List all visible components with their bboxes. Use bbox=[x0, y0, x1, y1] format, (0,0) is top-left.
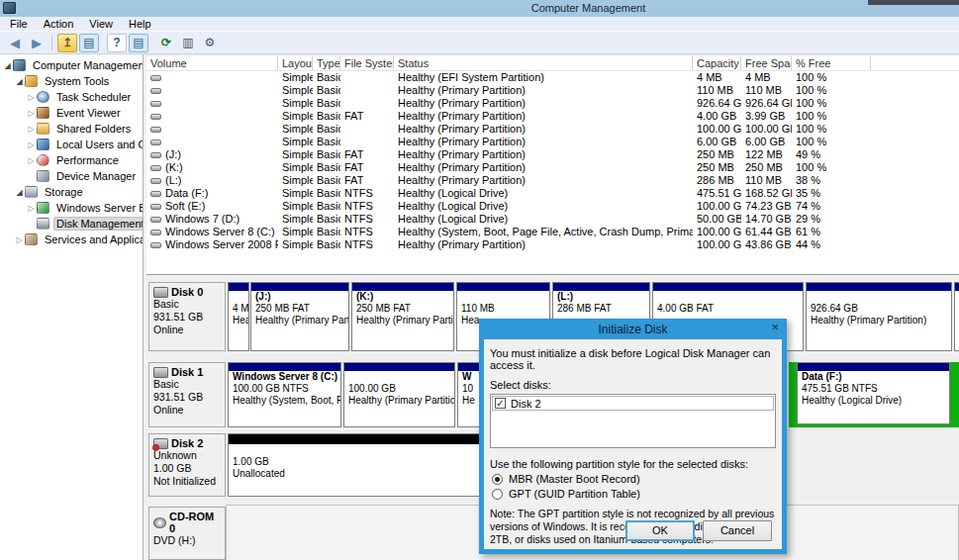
table-row[interactable]: SimpleBasicHealthy (Primary Partition)10… bbox=[146, 123, 959, 136]
table-row[interactable]: Data (F:)SimpleBasicNTFSHealthy (Logical… bbox=[146, 187, 959, 200]
partition-block[interactable]: Windows Server 8 (C:)100.00 GB NTFSHealt… bbox=[228, 362, 341, 427]
partition-block[interactable]: Data (F:)475.51 GB NTFSHealthy (Logical … bbox=[797, 362, 950, 424]
collapsed-icon[interactable]: ▷ bbox=[26, 125, 37, 134]
column-header-layout[interactable]: Layout bbox=[278, 56, 313, 70]
partition-block[interactable]: (K:)250 MB FATHealthy (Primary Partit bbox=[351, 282, 454, 351]
menu-help[interactable]: Help bbox=[121, 18, 159, 30]
column-header-file-system[interactable]: File System bbox=[340, 56, 394, 70]
tree-item-label: Disk Management bbox=[53, 217, 144, 231]
table-row[interactable]: SimpleBasicHealthy (EFI System Partition… bbox=[146, 71, 959, 84]
sidebar-item-services-and-applications[interactable]: ▷Services and Applications bbox=[0, 232, 143, 247]
sidebar-item-performance[interactable]: ▷Performance bbox=[0, 152, 143, 168]
collapsed-icon[interactable]: ▷ bbox=[26, 109, 37, 118]
table-row[interactable]: (K:)SimpleBasicFATHealthy (Primary Parti… bbox=[146, 161, 959, 174]
partition-block[interactable]: 4 MHea bbox=[228, 282, 249, 351]
partition-block[interactable]: 926.64 GBHealthy (Primary Partition) bbox=[806, 282, 952, 351]
partition-block[interactable]: 100.00 GBHealthy (Primary Partition) bbox=[343, 362, 455, 427]
sidebar-item-task-scheduler[interactable]: ▷Task Scheduler bbox=[0, 89, 143, 105]
action-pane-toggle-icon[interactable]: ▤ bbox=[129, 34, 148, 52]
sidebar-item-device-manager[interactable]: Device Manager bbox=[0, 168, 143, 184]
cell-status: Healthy (Primary Partition) bbox=[394, 148, 693, 161]
gpt-radio-row[interactable]: GPT (GUID Partition Table) bbox=[492, 488, 776, 500]
app-icon bbox=[3, 2, 16, 14]
table-row[interactable]: SimpleBasicHealthy (Primary Partition)6.… bbox=[146, 136, 959, 148]
close-icon[interactable]: × bbox=[771, 320, 779, 334]
partition-line: 100.00 GB bbox=[344, 383, 454, 395]
disk-list-item[interactable]: ✓ Disk 2 bbox=[492, 396, 774, 411]
sidebar-item-computer-management-local[interactable]: ◢Computer Management (Local bbox=[0, 57, 143, 73]
collapsed-icon[interactable]: ▷ bbox=[26, 140, 37, 149]
back-icon[interactable]: ◀ bbox=[5, 34, 25, 52]
disk-icon bbox=[153, 287, 168, 298]
cell-type: Basic bbox=[313, 97, 340, 110]
refresh-icon[interactable]: ⟳ bbox=[156, 34, 176, 52]
menu-file[interactable]: File bbox=[2, 18, 36, 30]
table-row[interactable]: (L:)SimpleBasicFATHealthy (Primary Parti… bbox=[146, 174, 959, 187]
cell-layout: Simple bbox=[278, 187, 313, 200]
disk2-checkbox[interactable]: ✓ bbox=[495, 398, 506, 409]
disk-label-disk-2[interactable]: Disk 2Unknown1.00 GBNot Initialized bbox=[148, 433, 226, 497]
export-list-icon[interactable]: ▥ bbox=[178, 34, 198, 52]
tree-item-label: Shared Folders bbox=[53, 122, 134, 136]
partition-line: Healthy (System, Boot, Pa bbox=[229, 395, 340, 407]
ok-button[interactable]: OK bbox=[625, 520, 695, 541]
menu-action[interactable]: Action bbox=[36, 18, 82, 30]
menu-view[interactable]: View bbox=[81, 18, 121, 30]
cell-capacity: 4 MB bbox=[693, 71, 741, 84]
sidebar-item-storage[interactable]: ◢Storage bbox=[0, 184, 143, 200]
disk-name: Disk 2 bbox=[153, 437, 221, 449]
table-row[interactable]: SimpleBasicHealthy (Primary Partition)11… bbox=[146, 84, 959, 97]
manage-gear-icon[interactable]: ⚙ bbox=[200, 34, 220, 52]
collapsed-icon[interactable]: ▷ bbox=[26, 204, 37, 213]
column-header-type[interactable]: Type bbox=[313, 56, 340, 70]
cancel-button[interactable]: Cancel bbox=[703, 520, 772, 541]
partition-block[interactable]: (J:)250 MB FATHealthy (Primary Partit bbox=[250, 282, 349, 351]
cell-layout: Simple bbox=[278, 84, 313, 97]
mbr-radio[interactable] bbox=[492, 474, 503, 485]
partition-line: Healthy (Primary Partition) bbox=[807, 315, 951, 327]
perf-icon bbox=[37, 154, 49, 166]
gpt-radio[interactable] bbox=[492, 489, 503, 500]
sidebar-item-system-tools[interactable]: ◢System Tools bbox=[0, 73, 143, 89]
disk-info-line: Online bbox=[153, 324, 221, 336]
disk-label-cd-rom-0[interactable]: CD-ROM 0DVD (H:) No Media bbox=[148, 507, 226, 560]
sidebar-item-shared-folders[interactable]: ▷Shared Folders bbox=[0, 121, 143, 137]
disk-label-disk-0[interactable]: Disk 0Basic931.51 GBOnline bbox=[148, 282, 226, 351]
cell-free: 110 MB bbox=[741, 84, 792, 97]
expanded-icon[interactable]: ◢ bbox=[14, 77, 25, 86]
collapsed-icon[interactable]: ▷ bbox=[26, 93, 37, 102]
storage-icon bbox=[25, 186, 38, 198]
mbr-radio-row[interactable]: MBR (Master Boot Record) bbox=[492, 473, 776, 485]
disk-listbox[interactable]: ✓ Disk 2 bbox=[490, 394, 776, 448]
column-header--free[interactable]: % Free bbox=[792, 56, 871, 70]
column-header-status[interactable]: Status bbox=[394, 56, 693, 70]
table-row[interactable]: Soft (E:)SimpleBasicNTFSHealthy (Logical… bbox=[146, 200, 959, 213]
collapsed-icon[interactable]: ▷ bbox=[26, 156, 37, 165]
help-icon[interactable]: ? bbox=[107, 34, 127, 52]
column-header-capacity[interactable]: Capacity bbox=[693, 56, 741, 70]
expanded-icon[interactable]: ◢ bbox=[2, 61, 13, 70]
partition-block[interactable] bbox=[954, 282, 959, 351]
column-header-free-space[interactable]: Free Space bbox=[741, 56, 792, 70]
collapsed-icon[interactable]: ▷ bbox=[14, 235, 25, 244]
up-level-folder-icon[interactable]: ↥ bbox=[57, 34, 77, 52]
sidebar-item-event-viewer[interactable]: ▷Event Viewer bbox=[0, 105, 143, 121]
pane-splitter[interactable] bbox=[146, 274, 959, 280]
sidebar-item-windows-server-backup[interactable]: ▷Windows Server Backup bbox=[0, 200, 143, 216]
disk-info-line: Unknown bbox=[153, 449, 221, 462]
table-row[interactable]: (J:)SimpleBasicFATHealthy (Primary Parti… bbox=[146, 148, 959, 161]
disk-label-disk-1[interactable]: Disk 1Basic931.51 GBOnline bbox=[148, 362, 226, 427]
sidebar-item-disk-management[interactable]: Disk Management bbox=[0, 216, 143, 232]
column-header-volume[interactable]: Volume bbox=[146, 56, 278, 70]
table-row[interactable]: Windows Server 8 (C:)SimpleBasicNTFSHeal… bbox=[146, 226, 959, 238]
expanded-icon[interactable]: ◢ bbox=[14, 188, 25, 197]
table-row[interactable]: Windows Server 2008 R2 (G:)SimpleBasicNT… bbox=[146, 238, 959, 251]
table-row[interactable]: SimpleBasicHealthy (Primary Partition)92… bbox=[146, 97, 959, 110]
cell-type: Basic bbox=[313, 200, 340, 213]
table-row[interactable]: Windows 7 (D:)SimpleBasicNTFSHealthy (Lo… bbox=[146, 213, 959, 226]
partition-text: Data (F:)475.51 GB NTFSHealthy (Logical … bbox=[798, 371, 949, 407]
sidebar-item-local-users-and-groups[interactable]: ▷Local Users and Groups bbox=[0, 137, 143, 152]
table-row[interactable]: SimpleBasicFATHealthy (Primary Partition… bbox=[146, 110, 959, 123]
console-tree-toggle-icon[interactable]: ▤ bbox=[79, 34, 99, 52]
forward-icon[interactable]: ▶ bbox=[27, 34, 47, 52]
